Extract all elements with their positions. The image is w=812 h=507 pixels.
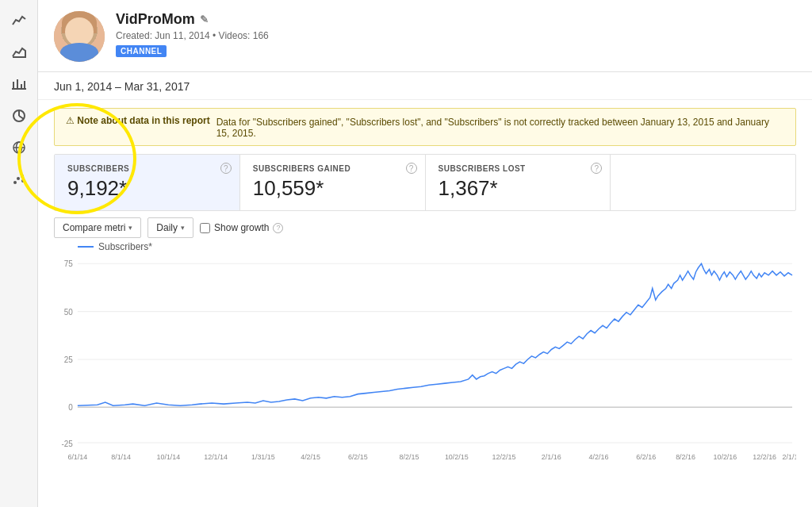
stat-gained: SUBSCRIBERS GAINED 10,559* ? xyxy=(240,155,426,210)
avatar xyxy=(54,11,105,62)
notice-title: Note about data in this report xyxy=(77,115,209,126)
stat-subscribers-label: SUBSCRIBERS xyxy=(67,164,227,173)
svg-line-7 xyxy=(19,116,24,119)
stat-gained-value: 10,559* xyxy=(253,176,412,201)
svg-text:6/1/14: 6/1/14 xyxy=(67,453,87,461)
legend-label: Subscribers* xyxy=(98,241,152,252)
chart-container: 75 50 25 0 -25 xyxy=(54,257,796,463)
stat-subscribers-help[interactable]: ? xyxy=(220,163,232,174)
svg-text:25: 25 xyxy=(64,355,73,364)
stat-lost: SUBSCRIBERS LOST 1,367* ? xyxy=(426,155,611,210)
compare-metrics-label: Compare metri xyxy=(63,222,125,233)
svg-point-12 xyxy=(17,177,20,180)
svg-text:4/2/16: 4/2/16 xyxy=(589,453,609,461)
daily-button[interactable]: Daily ▾ xyxy=(147,217,193,238)
svg-text:10/2/16: 10/2/16 xyxy=(713,453,737,461)
svg-text:10/2/15: 10/2/15 xyxy=(445,453,469,461)
svg-text:6/2/15: 6/2/15 xyxy=(348,453,368,461)
stat-lost-value: 1,367* xyxy=(439,176,598,201)
show-growth-checkbox[interactable] xyxy=(200,223,210,233)
stat-subscribers-value: 9,192* xyxy=(67,176,227,201)
svg-text:50: 50 xyxy=(64,308,73,317)
svg-text:2/1/17: 2/1/17 xyxy=(783,453,796,461)
main-content: VidProMom ✎ Created: Jun 11, 2014 • Vide… xyxy=(38,0,812,507)
channel-name-text: VidProMom xyxy=(116,11,195,28)
svg-point-14 xyxy=(21,179,25,182)
sidebar-item-pie[interactable] xyxy=(3,102,35,130)
chart-svg: 75 50 25 0 -25 xyxy=(54,257,796,463)
svg-point-13 xyxy=(21,175,24,178)
sidebar-item-scatter[interactable] xyxy=(3,165,35,194)
svg-text:-25: -25 xyxy=(62,440,74,448)
svg-text:12/2/15: 12/2/15 xyxy=(492,453,516,461)
sidebar-item-line[interactable] xyxy=(3,6,35,35)
svg-text:10/1/14: 10/1/14 xyxy=(156,453,180,461)
svg-text:75: 75 xyxy=(64,259,73,268)
svg-text:12/2/16: 12/2/16 xyxy=(753,453,776,461)
channel-header: VidProMom ✎ Created: Jun 11, 2014 • Vide… xyxy=(38,0,812,72)
edit-channel-icon[interactable]: ✎ xyxy=(200,13,209,25)
channel-name-row: VidProMom ✎ xyxy=(116,11,796,28)
show-growth-help-icon[interactable]: ? xyxy=(273,223,283,233)
daily-caret-icon: ▾ xyxy=(181,224,185,232)
channel-tag-badge: CHANNEL xyxy=(116,45,167,57)
notice-bar: ⚠ Note about data in this report Data fo… xyxy=(54,108,796,146)
stat-empty xyxy=(611,155,795,210)
controls-row: Compare metri ▾ Daily ▾ Show growth ? xyxy=(54,217,796,238)
show-growth-label[interactable]: Show growth ? xyxy=(200,222,283,233)
channel-meta: Created: Jun 11, 2014 • Videos: 166 xyxy=(116,30,796,41)
stat-subscribers: SUBSCRIBERS 9,192* ? xyxy=(55,155,240,210)
sidebar xyxy=(0,0,38,507)
stat-lost-help[interactable]: ? xyxy=(591,163,602,174)
compare-metrics-button[interactable]: Compare metri ▾ xyxy=(54,217,141,238)
chart-legend: Subscribers* xyxy=(54,241,796,252)
sidebar-item-bar[interactable] xyxy=(3,70,35,98)
svg-text:1/31/15: 1/31/15 xyxy=(251,453,275,461)
sidebar-item-globe[interactable] xyxy=(3,133,35,162)
svg-text:0: 0 xyxy=(68,403,73,412)
chart-area: Subscribers* 75 50 25 0 -25 xyxy=(54,241,796,479)
stat-gained-help[interactable]: ? xyxy=(406,163,417,174)
date-range: Jun 1, 2014 – Mar 31, 2017 xyxy=(38,72,812,100)
svg-text:8/2/15: 8/2/15 xyxy=(400,453,419,461)
stat-lost-label: SUBSCRIBERS LOST xyxy=(439,164,598,173)
channel-info: VidProMom ✎ Created: Jun 11, 2014 • Vide… xyxy=(116,11,796,57)
notice-text: Data for "Subscribers gained", "Subscrib… xyxy=(216,117,784,139)
stats-row: SUBSCRIBERS 9,192* ? SUBSCRIBERS GAINED … xyxy=(54,154,796,211)
svg-text:4/2/15: 4/2/15 xyxy=(301,453,320,461)
compare-caret-icon: ▾ xyxy=(128,224,132,232)
svg-text:12/1/14: 12/1/14 xyxy=(204,453,228,461)
stat-gained-label: SUBSCRIBERS GAINED xyxy=(253,164,412,173)
sidebar-item-area[interactable] xyxy=(3,38,35,67)
show-growth-text: Show growth xyxy=(214,222,269,233)
notice-icon: ⚠ xyxy=(66,115,75,126)
svg-text:6/2/16: 6/2/16 xyxy=(636,453,656,461)
svg-point-11 xyxy=(13,181,17,184)
svg-text:8/2/16: 8/2/16 xyxy=(676,453,695,461)
svg-text:8/1/14: 8/1/14 xyxy=(111,453,131,461)
legend-line-icon xyxy=(78,246,94,248)
svg-text:2/1/16: 2/1/16 xyxy=(542,453,561,461)
daily-label: Daily xyxy=(156,222,178,233)
